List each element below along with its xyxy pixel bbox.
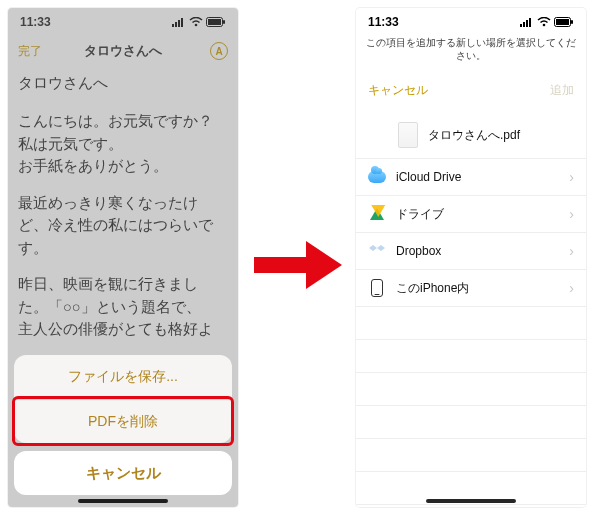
status-time: 11:33 <box>368 15 399 29</box>
wifi-icon <box>537 17 551 27</box>
status-icons <box>520 17 574 27</box>
chevron-right-icon: › <box>569 280 574 296</box>
svg-point-14 <box>543 24 546 27</box>
location-label: ドライブ <box>396 206 444 223</box>
location-on-this-iphone[interactable]: このiPhone内 › <box>356 270 586 307</box>
status-bar: 11:33 <box>356 8 586 36</box>
action-sheet: ファイルを保存... PDFを削除 キャンセル <box>14 355 232 495</box>
location-google-drive[interactable]: ドライブ › <box>356 196 586 233</box>
save-to-files-button[interactable]: ファイルを保存... <box>14 355 232 399</box>
files-picker-screenshot: 11:33 この項目を追加する新しい場所を選択してください。 キャンセル 追加 … <box>356 8 586 507</box>
chevron-right-icon: › <box>569 206 574 222</box>
location-dropbox[interactable]: Dropbox › <box>356 233 586 270</box>
svg-rect-10 <box>520 24 522 27</box>
location-label: Dropbox <box>396 244 441 258</box>
location-icloud-drive[interactable]: iCloud Drive › <box>356 159 586 196</box>
gdrive-icon <box>368 205 386 223</box>
picker-prompt: この項目を追加する新しい場所を選択してください。 <box>356 36 586 68</box>
location-label: このiPhone内 <box>396 280 469 297</box>
home-indicator <box>426 499 516 503</box>
action-sheet-group: ファイルを保存... PDFを削除 <box>14 355 232 443</box>
cancel-button[interactable]: キャンセル <box>14 451 232 495</box>
svg-rect-13 <box>529 18 531 27</box>
home-indicator <box>78 499 168 503</box>
chevron-right-icon: › <box>569 169 574 185</box>
location-label: iCloud Drive <box>396 170 461 184</box>
pdf-thumbnail-icon <box>398 122 418 148</box>
svg-marker-9 <box>306 241 342 289</box>
location-list: iCloud Drive › ドライブ › Dropbox › このiPhone… <box>356 159 586 307</box>
notes-screenshot: 11:33 完了 タロウさんへ A タロウさんへ こんにちは。お元気ですか？ 私… <box>8 8 238 507</box>
svg-rect-17 <box>571 20 573 24</box>
file-name: タロウさんへ.pdf <box>428 127 520 144</box>
cancel-button[interactable]: キャンセル <box>368 82 428 99</box>
picker-nav: キャンセル 追加 <box>356 68 586 112</box>
signal-icon <box>520 17 534 27</box>
svg-rect-12 <box>526 20 528 27</box>
iphone-icon <box>368 279 386 297</box>
battery-icon <box>554 17 574 27</box>
chevron-right-icon: › <box>569 243 574 259</box>
icloud-icon <box>368 168 386 186</box>
arrow-icon <box>242 235 352 299</box>
file-to-save: タロウさんへ.pdf <box>356 112 586 159</box>
svg-rect-11 <box>523 22 525 27</box>
add-button[interactable]: 追加 <box>550 82 574 99</box>
empty-rows <box>356 307 586 507</box>
svg-rect-16 <box>556 19 569 25</box>
dropbox-icon <box>368 242 386 260</box>
delete-pdf-button[interactable]: PDFを削除 <box>14 399 232 443</box>
